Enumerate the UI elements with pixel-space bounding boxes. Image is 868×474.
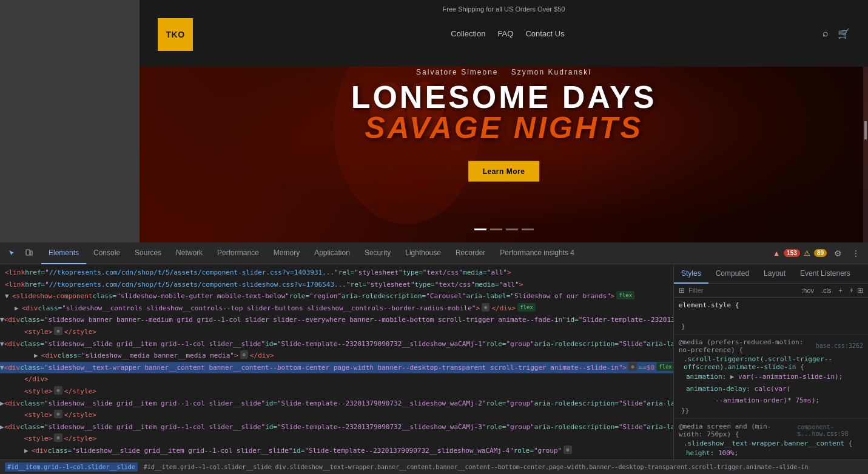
tab-network[interactable]: Network <box>169 242 210 264</box>
html-code[interactable]: <link href="//tkopresents.com/cdn/shop/t… <box>0 264 673 459</box>
website-preview: Free Shipping for all US Orders Over $50… <box>0 0 868 242</box>
nav-collection[interactable]: Collection <box>451 29 485 38</box>
tab-recorder[interactable]: Recorder <box>448 242 493 264</box>
elements-panel: <link href="//tkopresents.com/cdn/shop/t… <box>0 264 674 459</box>
shipping-banner: Free Shipping for all US Orders Over $50 <box>140 0 868 18</box>
html-line[interactable]: <style> ⊕ </style> <box>0 386 673 398</box>
tab-computed[interactable]: Computed <box>708 264 756 284</box>
tab-security[interactable]: Security <box>357 242 398 264</box>
styles-tabs: Styles Computed Layout Event Listeners <box>674 264 868 284</box>
hero-dots <box>474 229 534 230</box>
hero-authors: Salvatore Simeone Szymon Kudranski <box>351 68 657 76</box>
new-style-rule-icon[interactable]: + <box>849 286 853 295</box>
styles-panel: Styles Computed Layout Event Listeners ⊞… <box>674 264 868 459</box>
nav-contact[interactable]: Contact Us <box>525 29 564 38</box>
hero-dot-1[interactable] <box>474 229 486 230</box>
styles-filter-bar: ⊞ :hov .cls + + ⊞ <box>674 284 868 298</box>
html-line[interactable]: ▶ <div class="slideshow__slide grid__ite… <box>0 398 673 410</box>
devtools-body: <link href="//tkopresents.com/cdn/shop/t… <box>0 264 868 459</box>
styles-content: element.style { } @media (prefers-reduce… <box>674 298 868 459</box>
add-style-button[interactable]: + <box>837 286 844 295</box>
html-line[interactable]: ▶ <div class="slideshow__media banner__m… <box>0 350 673 362</box>
nav-icons: ⌕ 🛒 <box>823 28 850 39</box>
warning-badge: 89 <box>814 249 827 257</box>
settings-icon[interactable]: ⚙ <box>830 246 845 261</box>
devtools-toolbar-right: ▲ 153 ⚠ 89 ⚙ ⋮ <box>773 246 863 261</box>
hero-text: Salvatore Simeone Szymon Kudranski LONES… <box>351 68 657 182</box>
more-options-icon[interactable]: ⋮ <box>849 246 863 261</box>
tab-styles[interactable]: Styles <box>674 264 708 284</box>
hero-dot-2[interactable] <box>490 229 502 230</box>
filter-icon: ⊞ <box>679 286 685 295</box>
hero-dot-3[interactable] <box>506 229 518 230</box>
shipping-text: Free Shipping for all US Orders Over $50 <box>443 5 565 13</box>
nav-links: Collection FAQ Contact Us <box>451 29 564 38</box>
site-logo[interactable]: TKO <box>158 16 193 51</box>
tab-memory[interactable]: Memory <box>266 242 307 264</box>
svg-rect-6 <box>26 250 30 255</box>
styles-filter-input[interactable] <box>688 287 796 294</box>
css-rule-element-style: element.style { } <box>674 298 868 335</box>
tab-console[interactable]: Console <box>86 242 127 264</box>
svg-rect-7 <box>30 251 32 255</box>
css-rule-media-reduced-motion: @media (prefers-reduced-motion: no-prefe… <box>674 335 868 419</box>
devtools-icons-left <box>5 246 36 261</box>
device-toolbar-icon[interactable] <box>22 246 36 261</box>
hero-cta-button[interactable]: Learn More <box>468 161 540 182</box>
tab-performance[interactable]: Performance <box>210 242 266 264</box>
breadcrumb-item-text-wrapper[interactable]: #id__item.grid--1-col.slider__slide div.… <box>141 462 811 472</box>
html-line[interactable]: ▶ <div class="slideshow__controls slides… <box>0 302 673 315</box>
html-line[interactable]: ▼ <div class="slideshow__slide grid__ite… <box>0 338 673 350</box>
hero-dot-4[interactable] <box>522 229 534 230</box>
css-rule-media-750px: @media screen and (min-width: 750px) { c… <box>674 419 868 459</box>
breadcrumb-item-grid[interactable]: #id__item.grid--1-col.slider__slide <box>5 462 138 472</box>
search-icon[interactable]: ⌕ <box>823 28 829 39</box>
devtools-panel: Elements Console Sources Network Perform… <box>0 242 868 474</box>
tab-sources[interactable]: Sources <box>127 242 169 264</box>
html-line[interactable]: <style> ⊕ </style> <box>0 433 673 445</box>
new-property-icon[interactable]: ⊞ <box>857 286 863 295</box>
html-line[interactable]: <link href="//tkopresents.com/cdn/shop/t… <box>0 279 673 291</box>
devtools-toolbar: Elements Console Sources Network Perform… <box>0 242 868 264</box>
warning-icon: ⚠ <box>804 249 810 258</box>
hov-button[interactable]: :hov <box>799 286 816 295</box>
tab-application[interactable]: Application <box>307 242 357 264</box>
html-line[interactable]: ▼ <slideshow-component class="slideshow-… <box>0 290 673 302</box>
nav-faq[interactable]: FAQ <box>497 29 513 38</box>
devtools-breadcrumb: #id__item.grid--1-col.slider__slide #id_… <box>0 459 868 474</box>
left-gray-panel <box>0 0 140 242</box>
error-badge: 153 <box>784 249 800 257</box>
html-line[interactable]: <style> ⊕ </style> <box>0 409 673 421</box>
svg-text:TKO: TKO <box>166 30 184 39</box>
tab-event-listeners[interactable]: Event Listeners <box>793 264 858 284</box>
html-line[interactable]: ▶ <div class="slideshow__slide grid__ite… <box>0 421 673 433</box>
html-line-highlighted[interactable]: ▼ <div class="slideshow__text-wrapper ba… <box>0 362 673 374</box>
cart-icon[interactable]: 🛒 <box>838 28 850 39</box>
tab-layout[interactable]: Layout <box>756 264 793 284</box>
html-line[interactable]: ▼ <div class="slideshow banner banner--m… <box>0 314 673 326</box>
tab-performance-insights[interactable]: Performance insights 4 <box>493 242 582 264</box>
tab-lighthouse[interactable]: Lighthouse <box>398 242 448 264</box>
triangle-icon: ▲ <box>773 249 780 258</box>
cls-button[interactable]: .cls <box>819 286 833 295</box>
html-line[interactable]: <style> ⊕ </style> <box>0 326 673 338</box>
hero-title-sub: Savage Nights <box>351 113 657 143</box>
hero-title-main: LONESOME DAYS <box>351 81 657 113</box>
html-line[interactable]: </div> <box>0 373 673 386</box>
html-line[interactable]: ▶ <div class="slideshow__slide grid__ite… <box>0 445 673 457</box>
inspect-element-icon[interactable] <box>5 246 19 261</box>
hero-scrollbar-thumb <box>864 121 867 139</box>
tab-elements[interactable]: Elements <box>41 242 86 264</box>
html-line[interactable]: <link href="//tkopresents.com/cdn/shop/t… <box>0 267 673 279</box>
